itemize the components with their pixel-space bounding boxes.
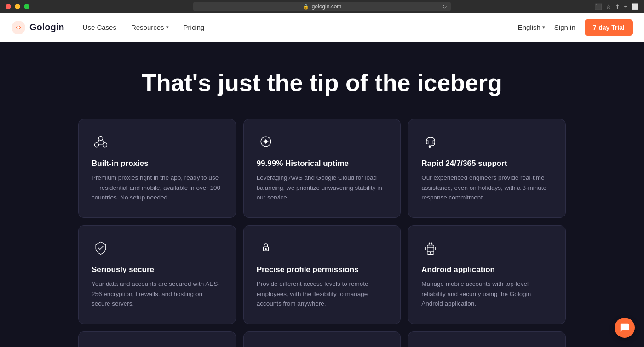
lang-label: English (518, 23, 540, 31)
window-chrome: 🔒 gologin.com ↻ ⬛ ☆ ⬆ + ⬜ (0, 0, 644, 13)
nav-pricing[interactable]: Pricing (184, 23, 205, 31)
feature-card-support: Rapid 24/7/365 support Our experienced e… (408, 119, 566, 218)
feature-title: Rapid 24/7/365 support (421, 159, 552, 168)
permissions-icon (257, 239, 275, 257)
secure-icon (92, 239, 110, 257)
nav-right: English ▾ Sign in 7-day Trial (518, 19, 633, 36)
performance-icon (421, 345, 440, 347)
language-selector[interactable]: English ▾ (518, 23, 545, 31)
chat-widget[interactable] (615, 318, 635, 338)
feature-card-performance: Performance just like in Chrome Our app … (408, 331, 566, 347)
lang-chevron-icon: ▾ (542, 24, 545, 30)
page-title: That's just the tip of the iceberg (0, 70, 644, 96)
svg-point-4 (103, 143, 107, 147)
resources-chevron-icon: ▾ (166, 24, 169, 30)
feature-card-bulk: Bulk profile handling Swiftly create, re… (78, 331, 236, 347)
traffic-light-green[interactable] (24, 4, 29, 9)
feature-desc: Provide different access levels to remot… (257, 279, 388, 309)
reload-icon[interactable]: ↻ (442, 3, 447, 10)
lock-icon: 🔒 (303, 4, 309, 10)
feature-desc: Our experienced engineers provide real-t… (421, 173, 552, 203)
logo-text: Gologin (29, 22, 64, 33)
sign-in-link[interactable]: Sign in (554, 23, 575, 31)
feature-title: Android application (421, 265, 552, 274)
bulk-icon (92, 345, 110, 347)
nav-resources[interactable]: Resources ▾ (131, 23, 169, 31)
svg-line-6 (103, 140, 104, 143)
svg-point-3 (95, 143, 99, 147)
logo-icon (11, 20, 26, 35)
feature-card-drag: Drag-n-drop interface Streamline account… (243, 331, 401, 347)
support-icon (421, 132, 440, 151)
window-controls: ⬛ ☆ ⬆ + ⬜ (595, 3, 638, 10)
traffic-light-yellow[interactable] (15, 4, 20, 9)
bookmark-icon: ☆ (606, 3, 611, 10)
traffic-light-red[interactable] (6, 4, 11, 9)
feature-desc: Manage mobile accounts with top-level re… (421, 279, 552, 309)
feature-card-secure: Seriously secure Your data and accounts … (78, 225, 236, 324)
drag-icon (257, 345, 275, 347)
nav-use-cases[interactable]: Use Cases (83, 23, 116, 31)
feature-title: Built-in proxies (92, 159, 223, 168)
feature-desc: Leveraging AWS and Google Cloud for load… (257, 173, 388, 203)
feature-card-proxies: Built-in proxies Premium proxies right i… (78, 119, 236, 218)
proxies-icon (92, 132, 110, 151)
android-icon (421, 239, 440, 257)
svg-point-22 (431, 243, 432, 244)
chat-icon (620, 323, 630, 333)
feature-card-uptime: 99.99% Historical uptime Leveraging AWS … (243, 119, 401, 218)
feature-title: 99.99% Historical uptime (257, 159, 388, 168)
feature-card-android: Android application Manage mobile accoun… (408, 225, 566, 324)
trial-button[interactable]: 7-day Trial (585, 19, 633, 36)
svg-point-1 (17, 26, 20, 29)
feature-title: Precise profile permissions (257, 265, 388, 274)
navbar: Gologin Use Cases Resources ▾ Pricing En… (0, 13, 644, 42)
feature-card-permissions: Precise profile permissions Provide diff… (243, 225, 401, 324)
svg-point-20 (430, 252, 431, 253)
feature-desc: Your data and accounts are secured with … (92, 279, 223, 309)
svg-line-5 (98, 140, 99, 143)
svg-point-11 (264, 140, 267, 142)
svg-point-14 (265, 248, 266, 250)
puzzle-icon: ⬜ (631, 3, 638, 10)
svg-point-12 (429, 146, 431, 148)
cast-icon: ⬛ (595, 3, 602, 10)
url-text: gologin.com (312, 3, 342, 10)
share-icon: ⬆ (615, 3, 620, 10)
logo[interactable]: Gologin (11, 20, 64, 35)
svg-point-21 (429, 243, 430, 244)
feature-title: Seriously secure (92, 265, 223, 274)
nav-links: Use Cases Resources ▾ Pricing (83, 23, 518, 31)
plus-tab-icon: + (624, 3, 627, 10)
uptime-icon (257, 132, 275, 151)
main-content: That's just the tip of the iceberg Built… (0, 42, 644, 347)
features-grid: Built-in proxies Premium proxies right i… (69, 119, 575, 347)
url-bar[interactable]: 🔒 gologin.com ↻ (193, 2, 451, 11)
feature-desc: Premium proxies right in the app, ready … (92, 173, 223, 203)
